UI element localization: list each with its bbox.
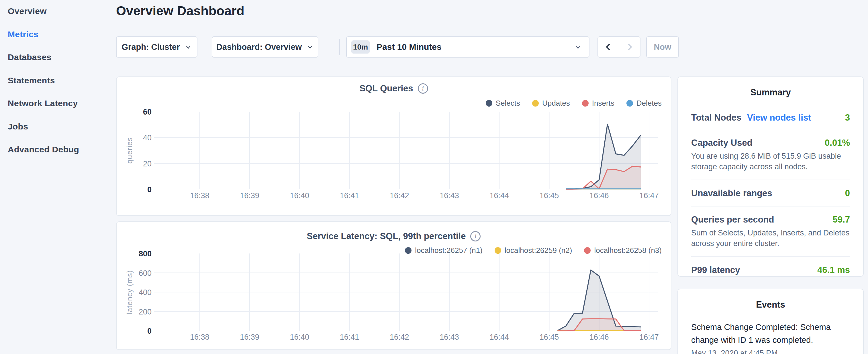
y-axis-tick-label: 400	[139, 288, 152, 297]
x-axis-tick-label: 16:42	[390, 333, 409, 342]
y-axis-unit-label: latency (ms)	[125, 270, 134, 314]
events-panel: Events Schema Change Completed: Schema c…	[677, 289, 864, 354]
x-axis-tick-label: 16:39	[240, 191, 259, 200]
capacity-used-value: 0.01%	[825, 138, 850, 148]
event-list-item[interactable]: Schema Change Completed: Schema change w…	[691, 321, 850, 354]
x-axis-tick-label: 16:45	[539, 191, 559, 200]
x-axis-tick-label: 16:41	[340, 333, 359, 342]
x-axis-tick-label: 16:46	[589, 333, 609, 342]
x-axis-tick-label: 16:44	[490, 191, 509, 200]
sql-queries-chart-card: SQL Queries SelectsUpdatesInsertsDeletes…	[116, 76, 672, 216]
controls-divider	[339, 39, 340, 55]
x-axis-tick-label: 16:46	[589, 191, 609, 200]
x-axis-tick-label: 16:42	[390, 191, 409, 200]
x-axis-tick-label: 16:47	[639, 333, 659, 342]
unavailable-ranges-value: 0	[845, 188, 850, 198]
chevron-down-icon	[574, 43, 582, 51]
y-axis-tick-label: 60	[143, 108, 152, 116]
sidebar-item-metrics[interactable]: Metrics	[8, 30, 38, 39]
summary-row-unavailable-ranges: Unavailable ranges 0	[691, 180, 850, 207]
y-axis-tick-label: 0	[147, 185, 152, 194]
sidebar-item-statements[interactable]: Statements	[8, 75, 55, 85]
queries-per-second-label: Queries per second	[691, 215, 774, 225]
y-axis-tick-label: 0	[147, 327, 152, 335]
sidebar-item-databases[interactable]: Databases	[8, 53, 52, 62]
time-range-label: Past 10 Minutes	[376, 42, 442, 52]
now-button[interactable]: Now	[646, 36, 679, 58]
y-axis-unit-label: queries	[125, 137, 134, 164]
x-axis-tick-label: 16:38	[190, 333, 210, 342]
y-axis-tick-label: 200	[139, 308, 152, 316]
time-step-back-button[interactable]	[598, 37, 619, 57]
summary-row-total-nodes: Total Nodes View nodes list 3	[691, 109, 850, 130]
sql-queries-chart[interactable]: 16:3816:3916:4016:4116:4216:4316:4416:45…	[117, 77, 672, 217]
total-nodes-value: 3	[845, 112, 850, 123]
x-axis-tick-label: 16:44	[490, 333, 509, 342]
sidebar-item-overview[interactable]: Overview	[8, 6, 47, 16]
x-axis-tick-label: 16:45	[539, 333, 559, 342]
y-axis-tick-label: 800	[139, 250, 152, 258]
service-latency-chart[interactable]: 16:3816:3916:4016:4116:4216:4316:4416:45…	[117, 222, 672, 351]
x-axis-tick-label: 16:40	[290, 191, 309, 200]
service-latency-chart-card: Service Latency: SQL, 99th percentile lo…	[116, 221, 672, 350]
summary-row-p99-latency: P99 latency 46.1 ms	[691, 257, 850, 286]
time-range-badge: 10m	[351, 40, 370, 54]
event-timestamp: May 13, 2020 at 4:45 PM	[691, 349, 850, 354]
queries-per-second-value: 59.7	[833, 215, 850, 225]
time-range-dropdown[interactable]: 10m Past 10 Minutes	[346, 36, 589, 58]
dashboard-dropdown[interactable]: Dashboard: Overview	[212, 36, 318, 58]
p99-latency-value: 46.1 ms	[817, 265, 850, 275]
events-heading: Events	[678, 289, 863, 310]
page-title: Overview Dashboard	[116, 3, 244, 18]
view-nodes-list-link[interactable]: View nodes list	[747, 112, 811, 123]
x-axis-tick-label: 16:43	[440, 191, 459, 200]
x-axis-tick-label: 16:43	[440, 333, 459, 342]
summary-panel: Summary Total Nodes View nodes list 3 Ca…	[677, 76, 864, 277]
event-message: Schema Change Completed: Schema change w…	[691, 321, 850, 347]
p99-latency-label: P99 latency	[691, 265, 740, 275]
x-axis-tick-label: 16:40	[290, 333, 309, 342]
capacity-used-label: Capacity Used	[691, 138, 752, 148]
summary-row-capacity: Capacity Used 0.01% You are using 28.6 M…	[691, 130, 850, 180]
time-step-forward-button[interactable]	[619, 37, 640, 57]
x-axis-tick-label: 16:47	[639, 191, 659, 200]
overview-dashboard-page: { "header": { "title": "Overview Dashboa…	[0, 0, 868, 354]
unavailable-ranges-label: Unavailable ranges	[691, 188, 772, 198]
time-step-buttons	[597, 36, 641, 58]
y-axis-tick-label: 40	[143, 133, 152, 142]
queries-per-second-description: Sum of Selects, Updates, Inserts, and De…	[691, 228, 850, 249]
dashboard-label: Dashboard: Overview	[216, 42, 302, 52]
graph-scope-label: Graph: Cluster	[122, 42, 180, 52]
x-axis-tick-label: 16:38	[190, 191, 210, 200]
capacity-used-description: You are using 28.6 MiB of 515.9 GiB usab…	[691, 151, 850, 172]
graph-scope-dropdown[interactable]: Graph: Cluster	[116, 36, 197, 58]
sidebar: Overview Metrics Databases Statements Ne…	[0, 0, 116, 354]
chevron-down-icon	[306, 43, 314, 51]
sidebar-item-network-latency[interactable]: Network Latency	[8, 99, 78, 108]
y-axis-tick-label: 20	[143, 160, 152, 168]
y-axis-tick-label: 600	[139, 269, 152, 278]
x-axis-tick-label: 16:41	[340, 191, 359, 200]
summary-row-queries-per-second: Queries per second 59.7 Sum of Selects, …	[691, 207, 850, 257]
x-axis-tick-label: 16:39	[240, 333, 259, 342]
summary-heading: Summary	[678, 77, 863, 98]
sidebar-item-advanced-debug[interactable]: Advanced Debug	[8, 144, 79, 154]
chevron-down-icon	[185, 43, 192, 51]
total-nodes-label: Total Nodes	[691, 112, 741, 123]
sidebar-item-jobs[interactable]: Jobs	[8, 122, 28, 131]
